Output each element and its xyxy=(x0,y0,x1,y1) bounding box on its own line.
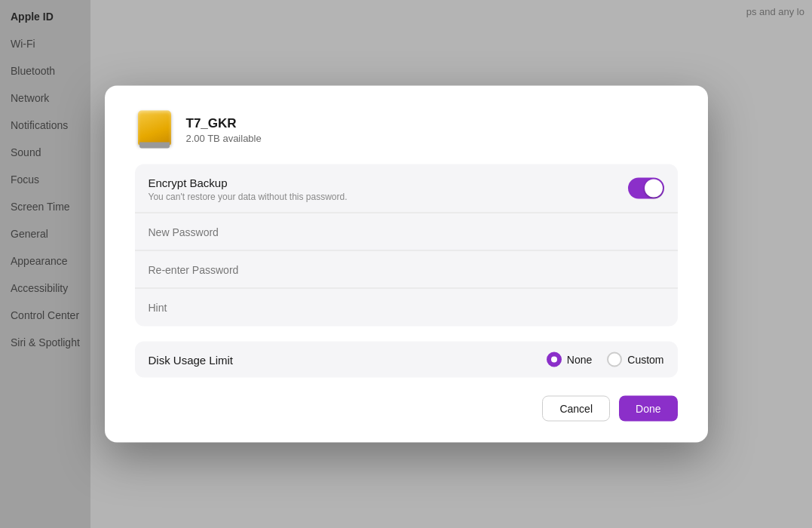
radio-group: None Custom xyxy=(547,352,664,367)
encrypt-sublabel: You can't restore your data without this… xyxy=(149,192,348,202)
radio-custom-label: Custom xyxy=(627,354,663,366)
radio-custom-circle[interactable] xyxy=(607,352,622,367)
encrypt-label: Encrypt Backup xyxy=(149,177,348,189)
done-button[interactable]: Done xyxy=(619,396,677,422)
device-header: T7_GKR 2.00 TB available xyxy=(135,110,678,149)
radio-none-label: None xyxy=(567,354,592,366)
encrypt-text: Encrypt Backup You can't restore your da… xyxy=(149,177,348,202)
radio-none[interactable]: None xyxy=(547,352,592,367)
new-password-input[interactable] xyxy=(149,226,664,238)
encrypt-backup-row: Encrypt Backup You can't restore your da… xyxy=(135,164,678,213)
device-name: T7_GKR xyxy=(186,115,262,130)
dialog-footer: Cancel Done xyxy=(135,393,678,422)
disk-usage-card: Disk Usage Limit None Custom xyxy=(135,342,678,378)
new-password-row[interactable] xyxy=(135,213,678,251)
reenter-password-input[interactable] xyxy=(149,263,664,275)
cancel-button[interactable]: Cancel xyxy=(542,396,610,422)
hard-drive-icon xyxy=(138,111,171,149)
encrypt-toggle[interactable] xyxy=(628,178,664,199)
device-icon xyxy=(135,110,174,149)
hint-row[interactable] xyxy=(135,289,678,327)
toggle-thumb xyxy=(645,180,663,198)
device-space: 2.00 TB available xyxy=(186,132,262,143)
main-card: Encrypt Backup You can't restore your da… xyxy=(135,164,678,327)
disk-usage-label: Disk Usage Limit xyxy=(149,353,234,366)
toggle-track[interactable] xyxy=(628,178,664,199)
hint-input[interactable] xyxy=(149,302,664,314)
radio-none-circle[interactable] xyxy=(547,352,562,367)
radio-custom[interactable]: Custom xyxy=(607,352,663,367)
device-info: T7_GKR 2.00 TB available xyxy=(186,115,262,143)
dialog: T7_GKR 2.00 TB available Encrypt Backup … xyxy=(105,86,708,443)
reenter-password-row[interactable] xyxy=(135,251,678,289)
